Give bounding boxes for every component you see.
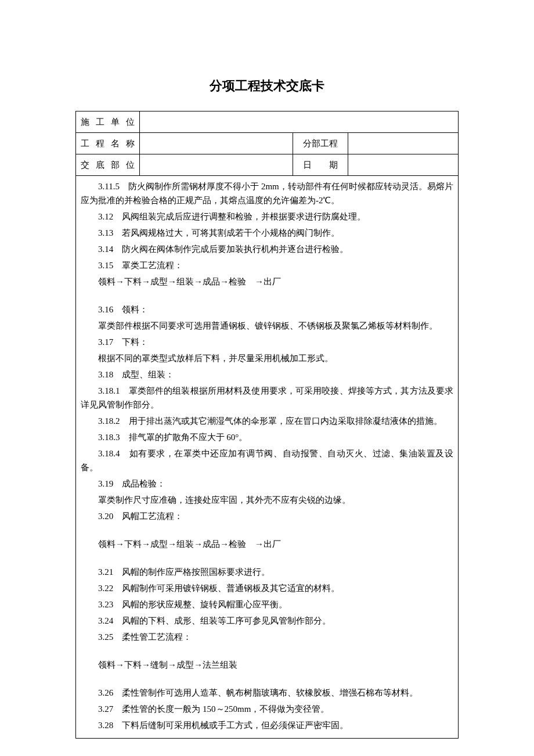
value-date — [348, 154, 459, 176]
body-3-16: 罩类部件根据不同要求可选用普通钢板、镀锌钢板、不锈钢板及聚氯乙烯板等材料制作。 — [81, 319, 453, 333]
item-3-20: 3.20 风帽工艺流程： — [81, 509, 453, 523]
row-section: 交底部位 日 期 — [76, 154, 459, 176]
flow-3-20: 领料→下料→成型→组装→成品→检验 →出厂 — [81, 537, 453, 551]
body-3-19: 罩类制作尺寸应准确，连接处应牢固，其外壳不应有尖锐的边缘。 — [81, 493, 453, 507]
item-3-17: 3.17 下料： — [81, 335, 453, 349]
item-3-18-3: 3.18.3 排气罩的扩散角不应大于 60°。 — [81, 430, 453, 444]
label-date: 日 期 — [293, 154, 348, 176]
label-unit: 施工单位 — [76, 111, 140, 133]
row-content: 3.11.5 防火阀制作所需钢材厚度不得小于 2mm，转动部件有任何时候都应转动… — [76, 176, 459, 739]
label-section: 交底部位 — [76, 154, 140, 176]
item-3-28: 3.28 下料后缝制可采用机械或手工方式，但必须保证严密牢固。 — [81, 718, 453, 732]
item-3-21: 3.21 风帽的制作应严格按照国标要求进行。 — [81, 565, 453, 579]
row-project: 工程名称 分部工程 — [76, 133, 459, 154]
label-project: 工程名称 — [76, 133, 140, 154]
item-3-16: 3.16 领料： — [81, 303, 453, 316]
item-3-13: 3.13 若风阀规格过大，可将其割成若干个小规格的阀门制作。 — [81, 226, 453, 240]
item-3-23: 3.23 风帽的形状应规整、旋转风帽重心应平衡。 — [81, 597, 453, 611]
item-3-22: 3.22 风帽制作可采用镀锌钢板、普通钢板及其它适宜的材料。 — [81, 581, 453, 595]
item-3-19: 3.19 成品检验： — [81, 477, 453, 491]
value-unit — [140, 111, 459, 133]
flow-3-25: 领料→下料→缝制→成型→法兰组装 — [81, 658, 453, 672]
item-3-18-2: 3.18.2 用于排出蒸汽或其它潮湿气体的伞形罩，应在冒口内边采取排除凝结液体的… — [81, 414, 453, 428]
form-table: 施工单位 工程名称 分部工程 交底部位 日 期 3.11.5 防火阀制作所需钢材… — [75, 111, 459, 739]
flow-3-15: 领料→下料→成型→组装→成品→检验 →出厂 — [81, 275, 453, 289]
item-3-14: 3.14 防火阀在阀体制作完成后要加装执行机构并逐台进行检验。 — [81, 242, 453, 256]
item-3-18: 3.18 成型、组装： — [81, 368, 453, 381]
item-3-24: 3.24 风帽的下料、成形、组装等工序可参见风管制作部分。 — [81, 614, 453, 628]
content-body: 3.11.5 防火阀制作所需钢材厚度不得小于 2mm，转动部件有任何时候都应转动… — [76, 176, 459, 739]
value-section — [140, 154, 293, 176]
item-3-18-4: 3.18.4 如有要求，在罩类中还应加有调节阀、自动报警、自动灭火、过滤、集油装… — [81, 447, 453, 474]
item-3-27: 3.27 柔性管的长度一般为 150～250mm，不得做为变径管。 — [81, 702, 453, 716]
page-title: 分项工程技术交底卡 — [75, 75, 459, 96]
row-unit: 施工单位 — [76, 111, 459, 133]
item-3-15: 3.15 罩类工艺流程： — [81, 258, 453, 272]
body-3-17: 根据不同的罩类型式放样后下料，并尽量采用机械加工形式。 — [81, 351, 453, 365]
label-subproject: 分部工程 — [293, 133, 348, 154]
item-3-18-1: 3.18.1 罩类部件的组装根据所用材料及使用要求，可采用咬接、焊接等方式，其方… — [81, 384, 453, 412]
item-3-25: 3.25 柔性管工艺流程： — [81, 630, 453, 644]
value-project — [140, 133, 293, 154]
item-3-12: 3.12 风阀组装完成后应进行调整和检验，并根据要求进行防腐处理。 — [81, 210, 453, 224]
item-3-11-5: 3.11.5 防火阀制作所需钢材厚度不得小于 2mm，转动部件有任何时候都应转动… — [81, 179, 453, 207]
item-3-26: 3.26 柔性管制作可选用人造革、帆布树脂玻璃布、软橡胶板、增强石棉布等材料。 — [81, 686, 453, 700]
value-subproject — [348, 133, 459, 154]
